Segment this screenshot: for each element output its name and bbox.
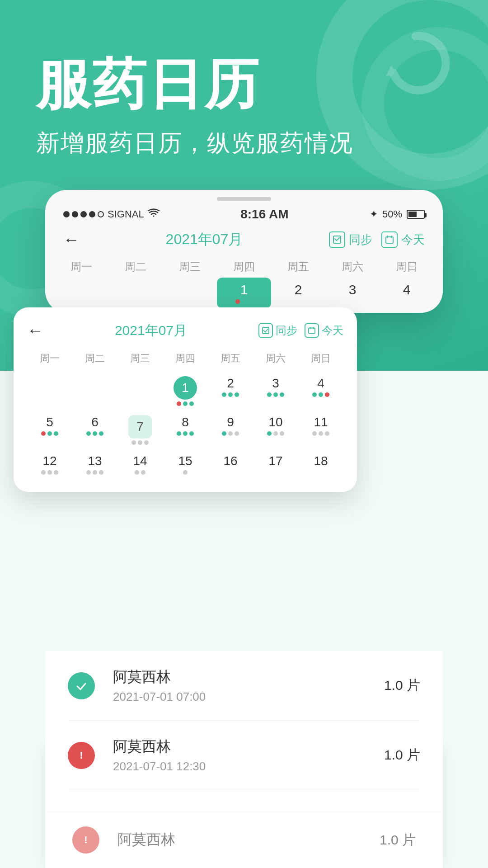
float-date-8[interactable]: 8 — [163, 411, 208, 448]
float-date-3[interactable]: 3 — [253, 373, 298, 410]
med-item-2: ! 阿莫西林 2021-07-01 12:30 1.0 片 — [68, 721, 420, 790]
med-time-2: 2021-07-01 12:30 — [113, 760, 384, 774]
float-empty-1: . — [27, 373, 72, 410]
wifi-icon — [148, 208, 160, 221]
med-time-1: 2021-07-01 07:00 — [113, 690, 384, 704]
float-sync-label: 同步 — [276, 323, 297, 338]
signal-label: SIGNAL — [108, 208, 144, 220]
float-today-icon — [305, 323, 319, 338]
today-label-bg: 今天 — [401, 232, 425, 248]
svg-rect-2 — [386, 237, 393, 243]
sync-icon-bg — [329, 231, 345, 248]
float-sync-icon — [258, 323, 273, 338]
med-list-card: 阿莫西林 2021-07-01 07:00 1.0 片 ! 阿莫西林 2021-… — [45, 651, 443, 799]
date-2-bg[interactable]: 2 — [271, 278, 325, 308]
med-icon-warning-2: ! — [68, 742, 95, 769]
fw-sun: 周日 — [298, 349, 343, 368]
date-4-bg[interactable]: 4 — [380, 278, 434, 308]
svg-text:!: ! — [84, 834, 87, 845]
dot-2 — [72, 211, 78, 217]
status-right: ✦ 50% — [370, 208, 425, 220]
signal-dots — [63, 211, 104, 217]
svg-text:!: ! — [80, 750, 83, 761]
date-1-bg[interactable]: 1 — [217, 278, 271, 308]
med-dose-4: 1.0 片 — [380, 831, 416, 849]
fw-tue: 周二 — [72, 349, 117, 368]
wd-tue-bg: 周二 — [108, 256, 163, 278]
hero-section: 服药日历 新增服药日历，纵览服药情况 — [0, 0, 488, 159]
float-date-1[interactable]: 1 — [163, 373, 208, 410]
date-3-bg[interactable]: 3 — [325, 278, 380, 308]
dot-1 — [63, 211, 70, 217]
weekdays-header-bg: 周一 周二 周三 周四 周五 周六 周日 — [45, 256, 443, 278]
float-nav: ← 2021年07月 同步 — [27, 321, 343, 340]
bluetooth-icon: ✦ — [370, 208, 378, 220]
float-date-7[interactable]: 7 — [117, 411, 163, 448]
float-date-6[interactable]: 6 — [72, 411, 117, 448]
med-name-4: 阿莫西林 — [117, 830, 380, 850]
float-date-5[interactable]: 5 — [27, 411, 72, 448]
status-time: 8:16 AM — [240, 207, 288, 222]
svg-rect-6 — [309, 328, 315, 334]
float-today-label: 今天 — [322, 323, 343, 338]
float-date-11[interactable]: 11 — [298, 411, 343, 448]
float-nav-actions: 同步 今天 — [258, 323, 343, 338]
med-icon-success-1 — [68, 672, 95, 699]
float-date-12[interactable]: 12 — [27, 450, 72, 478]
date-empty-3 — [163, 278, 217, 308]
floating-calendar-card: ← 2021年07月 同步 — [14, 307, 357, 492]
float-date-15[interactable]: 15 — [163, 450, 208, 478]
today-button-bg[interactable]: 今天 — [381, 231, 425, 248]
back-button-bg[interactable]: ← — [63, 230, 80, 249]
float-today-button[interactable]: 今天 — [305, 323, 343, 338]
float-weekdays: 周一 周二 周三 周四 周五 周六 周日 — [27, 349, 343, 368]
wd-fri-bg: 周五 — [271, 256, 325, 278]
dot-3 — [80, 211, 87, 217]
nav-actions-bg: 同步 今天 — [329, 231, 425, 248]
dot-5 — [98, 211, 104, 217]
float-dates-grid: . . . 1 2 3 — [27, 373, 343, 478]
float-date-13[interactable]: 13 — [72, 450, 117, 478]
med-info-2: 阿莫西林 2021-07-01 12:30 — [113, 737, 384, 774]
med-info-4: 阿莫西林 — [117, 830, 380, 850]
phone-home-indicator — [217, 197, 271, 201]
battery-icon — [407, 210, 425, 219]
float-date-4[interactable]: 4 — [298, 373, 343, 410]
float-date-9[interactable]: 9 — [208, 411, 253, 448]
status-left: SIGNAL — [63, 208, 160, 221]
month-label-bg: 2021年07月 — [166, 230, 243, 250]
fw-sat: 周六 — [253, 349, 298, 368]
float-date-17[interactable]: 17 — [253, 450, 298, 478]
hero-title: 服药日历 — [36, 54, 488, 114]
med-name-1: 阿莫西林 — [113, 667, 384, 687]
battery-percent: 50% — [382, 208, 402, 220]
wd-sun-bg: 周日 — [380, 256, 434, 278]
med-info-1: 阿莫西林 2021-07-01 07:00 — [113, 667, 384, 704]
status-bar: SIGNAL 8:16 AM ✦ 50% — [45, 201, 443, 226]
med-dose-1: 1.0 片 — [384, 676, 420, 695]
phone-mockup: SIGNAL 8:16 AM ✦ 50% ← 2021年07月 — [45, 190, 443, 313]
wd-thu-bg: 周四 — [217, 256, 271, 278]
float-month-label: 2021年07月 — [115, 321, 187, 340]
nav-bar-bg: ← 2021年07月 同步 — [45, 226, 443, 256]
wd-mon-bg: 周一 — [54, 256, 108, 278]
sync-button-bg[interactable]: 同步 — [329, 231, 372, 248]
float-date-14[interactable]: 14 — [117, 450, 163, 478]
wd-sat-bg: 周六 — [325, 256, 380, 278]
float-sync-button[interactable]: 同步 — [258, 323, 297, 338]
float-date-2[interactable]: 2 — [208, 373, 253, 410]
float-date-18[interactable]: 18 — [298, 450, 343, 478]
fw-mon: 周一 — [27, 349, 72, 368]
float-date-16[interactable]: 16 — [208, 450, 253, 478]
today-icon-bg — [381, 231, 398, 248]
date-empty-1 — [54, 278, 108, 308]
med-name-2: 阿莫西林 — [113, 737, 384, 757]
float-date-10[interactable]: 10 — [253, 411, 298, 448]
float-back-button[interactable]: ← — [27, 321, 43, 340]
fw-wed: 周三 — [117, 349, 163, 368]
med-item-4-partial: ! 阿莫西林 1.0 片 — [45, 812, 443, 868]
dot-4 — [89, 211, 95, 217]
date-empty-2 — [108, 278, 163, 308]
wd-wed-bg: 周三 — [163, 256, 217, 278]
med-icon-warning-4: ! — [72, 826, 99, 854]
